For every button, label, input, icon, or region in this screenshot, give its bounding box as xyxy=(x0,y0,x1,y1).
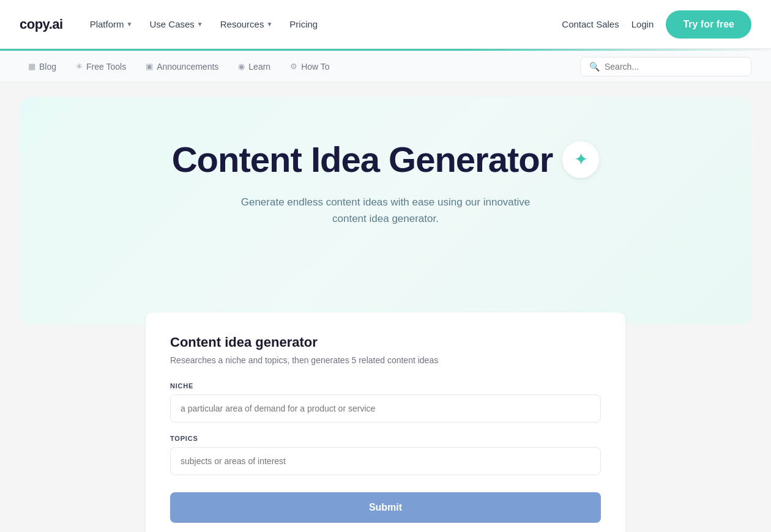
nav-pricing[interactable]: Pricing xyxy=(282,14,325,34)
learn-icon: ◉ xyxy=(238,62,245,71)
topics-label: TOPICS xyxy=(170,435,601,442)
logo[interactable]: copy.ai xyxy=(20,17,63,32)
tool-description: Researches a niche and topics, then gene… xyxy=(170,355,601,365)
sub-nav-how-to[interactable]: ⚙ How To xyxy=(281,57,338,76)
hero-title-wrapper: Content Idea Generator ✦ xyxy=(44,140,727,179)
sub-nav-announcements[interactable]: ▣ Announcements xyxy=(137,57,227,76)
nav-resources[interactable]: Resources ▼ xyxy=(213,14,280,34)
search-input[interactable] xyxy=(605,62,742,72)
hero-title: Content Idea Generator xyxy=(172,140,553,179)
sparkle-icon: ✦ xyxy=(574,149,588,169)
resources-label: Resources xyxy=(220,19,264,29)
hero-subtitle: Generate endless content ideas with ease… xyxy=(226,194,545,227)
nav-platform[interactable]: Platform ▼ xyxy=(83,14,140,34)
how-to-icon: ⚙ xyxy=(290,62,297,71)
tool-card-container: Content idea generator Researches a nich… xyxy=(141,312,630,532)
tool-title: Content idea generator xyxy=(170,334,601,350)
submit-button[interactable]: Submit xyxy=(170,492,601,523)
nav-use-cases[interactable]: Use Cases ▼ xyxy=(142,14,210,34)
hero-section: Content Idea Generator ✦ Generate endles… xyxy=(20,97,751,325)
blog-label: Blog xyxy=(39,62,56,72)
niche-input[interactable] xyxy=(170,394,601,423)
niche-field-group: NICHE xyxy=(170,382,601,423)
search-icon: 🔍 xyxy=(589,62,600,72)
niche-label: NICHE xyxy=(170,382,601,390)
sub-nav-free-tools[interactable]: ✳ Free Tools xyxy=(67,57,135,76)
try-free-button[interactable]: Try for free xyxy=(666,10,751,39)
contact-sales-link[interactable]: Contact Sales xyxy=(562,19,619,29)
how-to-label: How To xyxy=(301,62,329,72)
use-cases-chevron-icon: ▼ xyxy=(197,21,203,28)
hero-card-wrapper: Content Idea Generator ✦ Generate endles… xyxy=(20,97,751,532)
topics-field-group: TOPICS xyxy=(170,435,601,475)
sparkle-badge: ✦ xyxy=(562,141,599,178)
topics-input[interactable] xyxy=(170,447,601,475)
sub-nav-blog[interactable]: ▦ Blog xyxy=(20,57,65,76)
sub-nav-learn[interactable]: ◉ Learn xyxy=(229,57,279,76)
navbar-right: Contact Sales Login Try for free xyxy=(562,10,751,39)
tool-card: Content idea generator Researches a nich… xyxy=(146,312,625,532)
platform-chevron-icon: ▼ xyxy=(127,21,133,28)
login-link[interactable]: Login xyxy=(631,19,654,29)
blog-icon: ▦ xyxy=(28,62,35,71)
sub-nav-links: ▦ Blog ✳ Free Tools ▣ Announcements ◉ Le… xyxy=(20,57,580,76)
nav-links: Platform ▼ Use Cases ▼ Resources ▼ Prici… xyxy=(83,14,326,34)
announcements-icon: ▣ xyxy=(146,62,153,71)
learn-label: Learn xyxy=(248,62,270,72)
sub-navbar: ▦ Blog ✳ Free Tools ▣ Announcements ◉ Le… xyxy=(0,51,771,83)
use-cases-label: Use Cases xyxy=(149,19,194,29)
platform-label: Platform xyxy=(90,19,124,29)
main-content: Content Idea Generator ✦ Generate endles… xyxy=(0,83,771,532)
pricing-label: Pricing xyxy=(289,19,318,29)
search-box[interactable]: 🔍 xyxy=(580,57,751,76)
free-tools-icon: ✳ xyxy=(76,62,83,71)
navbar: copy.ai Platform ▼ Use Cases ▼ Resources… xyxy=(0,0,771,49)
navbar-left: copy.ai Platform ▼ Use Cases ▼ Resources… xyxy=(20,14,325,34)
resources-chevron-icon: ▼ xyxy=(266,21,272,28)
announcements-label: Announcements xyxy=(157,62,218,72)
free-tools-label: Free Tools xyxy=(86,62,126,72)
